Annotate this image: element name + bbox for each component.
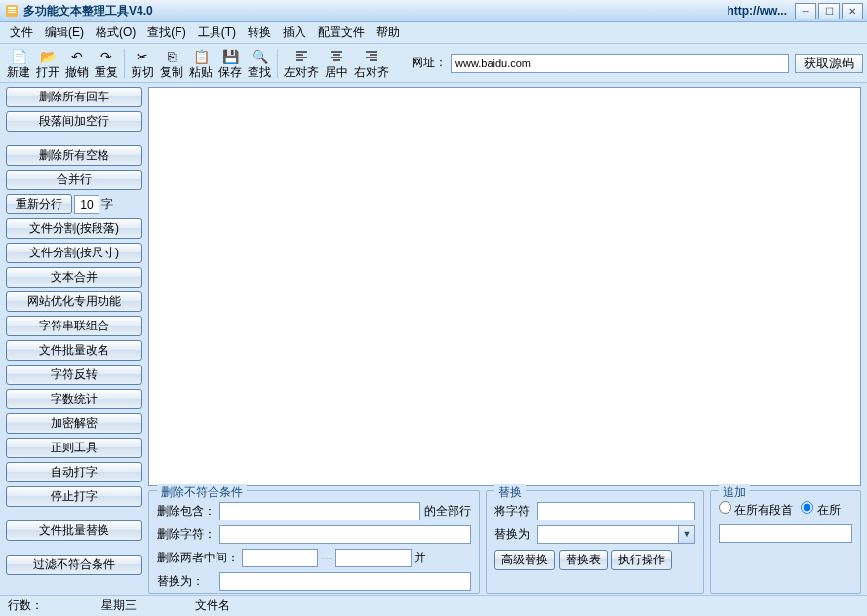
menu-edit[interactable]: 编辑(E) — [39, 22, 90, 43]
statusbar: 行数： 星期三 文件名 — [0, 595, 867, 616]
radio-at[interactable]: 在所 — [801, 501, 840, 519]
paste-icon: 📋 — [192, 48, 210, 65]
get-source-button[interactable]: 获取源码 — [795, 54, 863, 73]
split-by-paragraph-button[interactable]: 文件分割(按段落) — [6, 218, 142, 239]
align-left-icon — [293, 48, 310, 65]
del-between-start-input[interactable] — [242, 549, 318, 567]
replace-to-combo[interactable]: ▼ — [537, 525, 695, 544]
resplit-count-input[interactable] — [74, 195, 99, 214]
del-chars-input[interactable] — [219, 525, 471, 544]
replace-to-label: 替换为 — [494, 526, 537, 543]
menu-format[interactable]: 格式(O) — [90, 22, 141, 43]
between-sep: --- — [321, 551, 333, 564]
delete-all-cr-button[interactable]: 删除所有回车 — [6, 87, 142, 107]
maximize-button[interactable]: ☐ — [818, 3, 840, 19]
search-icon: 🔍 — [251, 48, 268, 65]
status-filename: 文件名 — [195, 597, 230, 614]
menu-insert[interactable]: 插入 — [277, 22, 312, 43]
web-optimize-button[interactable]: 网站优化专用功能 — [6, 291, 142, 312]
menu-help[interactable]: 帮助 — [371, 22, 406, 43]
window-titlebar: 多功能文本整理工具V4.0 http://ww... ─ ☐ ✕ — [0, 0, 867, 22]
batch-replace-button[interactable]: 文件批量替换 — [6, 520, 142, 541]
copy-button[interactable]: ⎘复制 — [157, 47, 186, 80]
replace-from-input[interactable] — [537, 502, 695, 520]
open-folder-icon: 📂 — [39, 48, 57, 65]
resplit-button[interactable]: 重新分行 — [6, 194, 72, 214]
app-icon — [4, 3, 20, 19]
toolbar-separator — [277, 49, 278, 78]
align-right-icon — [363, 48, 380, 65]
svg-rect-2 — [8, 10, 16, 11]
cut-icon: ✂ — [134, 48, 151, 65]
panel-title: 追加 — [719, 484, 750, 501]
radio-at-input[interactable] — [801, 501, 813, 514]
new-button[interactable]: 📄新建 — [4, 47, 33, 80]
del-between-label: 删除两者中间： — [157, 550, 239, 566]
filter-button[interactable]: 过滤不符合条件 — [6, 555, 142, 575]
svg-rect-3 — [8, 12, 16, 13]
chevron-down-icon[interactable]: ▼ — [678, 526, 694, 543]
text-merge-button[interactable]: 文本合并 — [6, 267, 142, 288]
menu-config[interactable]: 配置文件 — [312, 22, 371, 43]
char-count-button[interactable]: 字数统计 — [6, 389, 142, 409]
find-button[interactable]: 🔍查找 — [245, 47, 274, 80]
window-title: 多功能文本整理工具V4.0 — [23, 3, 727, 19]
menu-tools[interactable]: 工具(T) — [192, 22, 242, 43]
split-by-size-button[interactable]: 文件分割(按尺寸) — [6, 243, 142, 263]
open-button[interactable]: 📂打开 — [33, 47, 62, 80]
replace-table-button[interactable]: 替换表 — [559, 550, 608, 570]
titlebar-url: http://ww... — [727, 4, 787, 18]
status-lines: 行数： — [8, 597, 43, 614]
minimize-button[interactable]: ─ — [795, 3, 816, 19]
del-chars-label: 删除字符： — [157, 526, 216, 543]
batch-rename-button[interactable]: 文件批量改名 — [6, 340, 142, 361]
main-textarea[interactable] — [148, 87, 861, 486]
menubar: 文件 编辑(E) 格式(O) 查找(F) 工具(T) 转换 插入 配置文件 帮助 — [0, 22, 867, 44]
align-right-button[interactable]: 右对齐 — [351, 47, 392, 80]
cut-button[interactable]: ✂剪切 — [128, 47, 157, 80]
undo-button[interactable]: ↶撤销 — [62, 47, 92, 80]
align-center-icon — [328, 48, 345, 65]
align-left-button[interactable]: 左对齐 — [281, 47, 322, 80]
align-center-button[interactable]: 居中 — [322, 47, 351, 80]
append-text-input[interactable] — [719, 524, 852, 543]
menu-file[interactable]: 文件 — [4, 22, 39, 43]
url-input[interactable] — [451, 54, 789, 73]
del-replace-input[interactable] — [219, 572, 471, 591]
regex-tool-button[interactable]: 正则工具 — [6, 438, 142, 458]
merge-lines-button[interactable]: 合并行 — [6, 170, 142, 190]
auto-type-button[interactable]: 自动打字 — [6, 462, 142, 482]
url-label: 网址： — [412, 55, 447, 71]
redo-button[interactable]: ↷重复 — [92, 47, 121, 80]
char-join-button[interactable]: 字符串联组合 — [6, 316, 142, 336]
paragraph-space-button[interactable]: 段落间加空行 — [6, 111, 142, 132]
redo-icon: ↷ — [98, 48, 115, 65]
panel-title: 删除不符合条件 — [157, 484, 247, 501]
panel-title: 替换 — [494, 484, 526, 501]
radio-all-para-head-input[interactable] — [719, 501, 731, 514]
save-button[interactable]: 💾保存 — [216, 47, 245, 80]
del-contains-suffix: 的全部行 — [424, 503, 471, 520]
replace-from-label: 将字符 — [494, 503, 537, 520]
del-replace-label: 替换为： — [157, 573, 204, 590]
replace-panel: 替换 将字符 替换为▼ 高级替换替换表执行操作 — [486, 490, 704, 594]
radio-all-para-head[interactable]: 在所有段首 — [719, 501, 793, 519]
paste-button[interactable]: 📋粘贴 — [186, 47, 216, 80]
delete-filter-panel: 删除不符合条件 删除包含：的全部行 删除字符： 删除两者中间：---并 替换为： — [148, 490, 480, 594]
menu-find[interactable]: 查找(F) — [141, 22, 191, 43]
delete-all-spaces-button[interactable]: 删除所有空格 — [6, 145, 142, 166]
svg-rect-1 — [8, 7, 16, 9]
execute-button[interactable]: 执行操作 — [611, 550, 672, 570]
resplit-unit-label: 字 — [101, 196, 113, 212]
advanced-replace-button[interactable]: 高级替换 — [494, 550, 555, 570]
toolbar-separator — [124, 49, 125, 78]
menu-convert[interactable]: 转换 — [242, 22, 277, 43]
del-contains-input[interactable] — [219, 502, 420, 520]
encrypt-decrypt-button[interactable]: 加密解密 — [6, 413, 142, 434]
char-reverse-button[interactable]: 字符反转 — [6, 365, 142, 385]
del-between-end-input[interactable] — [335, 549, 412, 567]
sidebar: 删除所有回车 段落间加空行 删除所有空格 合并行 重新分行 字 文件分割(按段落… — [0, 83, 148, 594]
append-panel: 追加 在所有段首 在所 — [710, 490, 861, 594]
close-button[interactable]: ✕ — [842, 3, 863, 19]
stop-type-button[interactable]: 停止打字 — [6, 486, 142, 507]
